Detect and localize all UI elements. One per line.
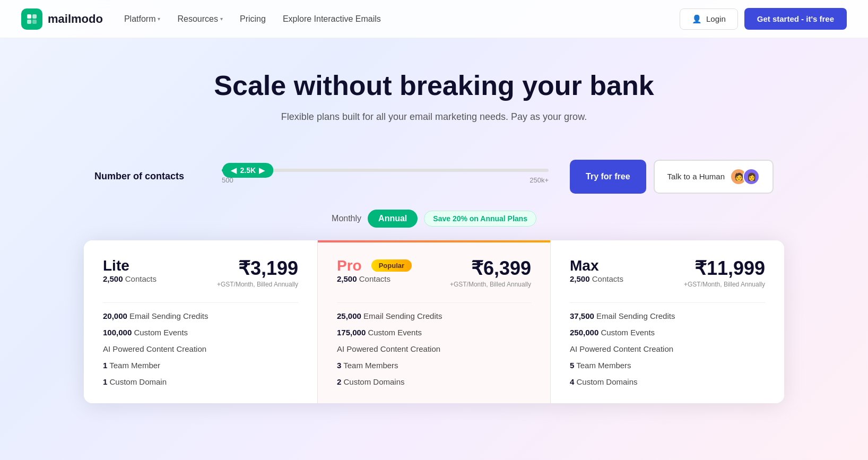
avatars: 🧑 👩: [730, 168, 760, 185]
nav-link-interactive-emails[interactable]: Explore Interactive Emails: [283, 14, 381, 24]
lite-features: 20,000 Email Sending Credits 100,000 Cus…: [103, 311, 298, 386]
max-features: 37,500 Email Sending Credits 250,000 Cus…: [570, 311, 765, 386]
svg-rect-0: [27, 14, 31, 19]
max-name-group: Max 2,500 Contacts: [570, 257, 623, 294]
nav-link-platform[interactable]: Platform ▾: [124, 14, 161, 24]
svg-rect-3: [32, 20, 37, 24]
list-item: 1 Custom Domain: [103, 377, 298, 386]
user-icon: 👤: [692, 14, 702, 24]
monthly-toggle[interactable]: Monthly: [332, 214, 361, 223]
lite-contacts: 2,500 Contacts: [103, 274, 157, 283]
list-item: 20,000 Email Sending Credits: [103, 311, 298, 320]
list-item: 25,000 Email Sending Credits: [337, 311, 531, 320]
slider-section: Number of contacts ◀ 2.5K ▶ 500 250k+ Tr…: [63, 144, 805, 204]
list-item: AI Powered Content Creation: [103, 344, 298, 353]
list-item: AI Powered Content Creation: [570, 344, 765, 353]
nav-link-resources[interactable]: Resources ▾: [177, 14, 222, 24]
slider-range: 500 250k+: [222, 176, 549, 184]
lite-price-group: ₹3,199 +GST/Month, Billed Annually: [217, 257, 298, 288]
pro-header: Pro Popular 2,500 Contacts ₹6,399 +GST/M…: [337, 257, 531, 294]
navbar-right: 👤 Login Get started - it's free: [680, 8, 847, 30]
chevron-down-icon: ▾: [220, 16, 223, 22]
list-item: 250,000 Custom Events: [570, 328, 765, 337]
chevron-left-icon: ◀: [231, 166, 237, 175]
pro-top-bar: [318, 240, 550, 242]
svg-rect-2: [27, 20, 31, 24]
nav-item-interactive-emails[interactable]: Explore Interactive Emails: [283, 14, 381, 24]
pro-plan-name: Pro: [337, 257, 362, 274]
slider-buttons: Try for free Talk to a Human 🧑 👩: [570, 160, 774, 194]
billing-toggle: Monthly Annual Save 20% on Annual Plans: [0, 210, 868, 228]
annual-toggle[interactable]: Annual: [368, 210, 418, 228]
avatar-2: 👩: [743, 168, 760, 185]
save-badge: Save 20% on Annual Plans: [424, 211, 536, 227]
list-item: 4 Custom Domains: [570, 377, 765, 386]
logo-icon: [21, 8, 42, 30]
pro-price: ₹6,399: [450, 257, 531, 280]
lite-price: ₹3,199: [217, 257, 298, 280]
get-started-button[interactable]: Get started - it's free: [744, 8, 847, 30]
hero-section: Scale without breaking your bank Flexibl…: [0, 38, 868, 144]
svg-rect-1: [32, 14, 37, 19]
nav-links: Platform ▾ Resources ▾ Pricing Explore I…: [124, 14, 381, 24]
max-price: ₹11,999: [684, 257, 765, 280]
pro-title-row: Pro Popular: [337, 257, 412, 274]
chevron-down-icon: ▾: [158, 16, 160, 22]
list-item: 37,500 Email Sending Credits: [570, 311, 765, 320]
list-item: 5 Team Members: [570, 361, 765, 370]
list-item: 2 Custom Domains: [337, 377, 531, 386]
nav-link-pricing[interactable]: Pricing: [240, 14, 266, 24]
slider-thumb[interactable]: ◀ 2.5K ▶: [222, 163, 273, 178]
plan-card-max: Max 2,500 Contacts ₹11,999 +GST/Month, B…: [551, 240, 784, 403]
navbar: mailmodo Platform ▾ Resources ▾ Pricing: [0, 0, 868, 38]
plan-card-lite: Lite 2,500 Contacts ₹3,199 +GST/Month, B…: [84, 240, 317, 403]
list-item: 3 Team Members: [337, 361, 531, 370]
max-contacts: 2,500 Contacts: [570, 274, 623, 283]
navbar-left: mailmodo Platform ▾ Resources ▾ Pricing: [21, 8, 381, 30]
logo-text: mailmodo: [48, 12, 103, 26]
nav-item-resources[interactable]: Resources ▾: [177, 14, 222, 24]
pro-features: 25,000 Email Sending Credits 175,000 Cus…: [337, 311, 531, 386]
popular-badge: Popular: [371, 259, 412, 272]
pro-name-group: Pro Popular 2,500 Contacts: [337, 257, 412, 294]
lite-plan-name: Lite: [103, 257, 157, 274]
pricing-section: Lite 2,500 Contacts ₹3,199 +GST/Month, B…: [63, 240, 805, 403]
pro-price-group: ₹6,399 +GST/Month, Billed Annually: [450, 257, 531, 288]
list-item: 175,000 Custom Events: [337, 328, 531, 337]
lite-price-note: +GST/Month, Billed Annually: [217, 281, 298, 288]
slider-max: 250k+: [530, 176, 549, 184]
lite-header: Lite 2,500 Contacts ₹3,199 +GST/Month, B…: [103, 257, 298, 294]
hero-title: Scale without breaking your bank: [21, 70, 847, 102]
slider-track[interactable]: ◀ 2.5K ▶: [222, 169, 549, 172]
list-item: 1 Team Member: [103, 361, 298, 370]
pro-divider: [337, 302, 531, 303]
max-divider: [570, 302, 765, 303]
slider-container: ◀ 2.5K ▶ 500 250k+: [222, 169, 549, 184]
lite-name-group: Lite 2,500 Contacts: [103, 257, 157, 294]
plan-card-pro: Pro Popular 2,500 Contacts ₹6,399 +GST/M…: [317, 240, 551, 403]
talk-label: Talk to a Human: [667, 172, 725, 181]
talk-to-human-button[interactable]: Talk to a Human 🧑 👩: [654, 160, 774, 194]
slider-value: 2.5K: [240, 166, 256, 175]
pro-price-note: +GST/Month, Billed Annually: [450, 281, 531, 288]
list-item: AI Powered Content Creation: [337, 344, 531, 353]
chevron-right-icon: ▶: [259, 166, 265, 175]
max-price-note: +GST/Month, Billed Annually: [684, 281, 765, 288]
login-button[interactable]: 👤 Login: [680, 8, 738, 30]
max-header: Max 2,500 Contacts ₹11,999 +GST/Month, B…: [570, 257, 765, 294]
contacts-label: Number of contacts: [94, 171, 201, 182]
lite-divider: [103, 302, 298, 303]
logo[interactable]: mailmodo: [21, 8, 103, 30]
pricing-cards: Lite 2,500 Contacts ₹3,199 +GST/Month, B…: [84, 240, 784, 403]
try-for-free-button[interactable]: Try for free: [570, 160, 646, 194]
pro-contacts: 2,500 Contacts: [337, 274, 412, 283]
hero-subtitle: Flexible plans built for all your email …: [275, 111, 593, 123]
nav-item-pricing[interactable]: Pricing: [240, 14, 266, 24]
max-price-group: ₹11,999 +GST/Month, Billed Annually: [684, 257, 765, 288]
list-item: 100,000 Custom Events: [103, 328, 298, 337]
nav-item-platform[interactable]: Platform ▾: [124, 14, 161, 24]
max-plan-name: Max: [570, 257, 623, 274]
